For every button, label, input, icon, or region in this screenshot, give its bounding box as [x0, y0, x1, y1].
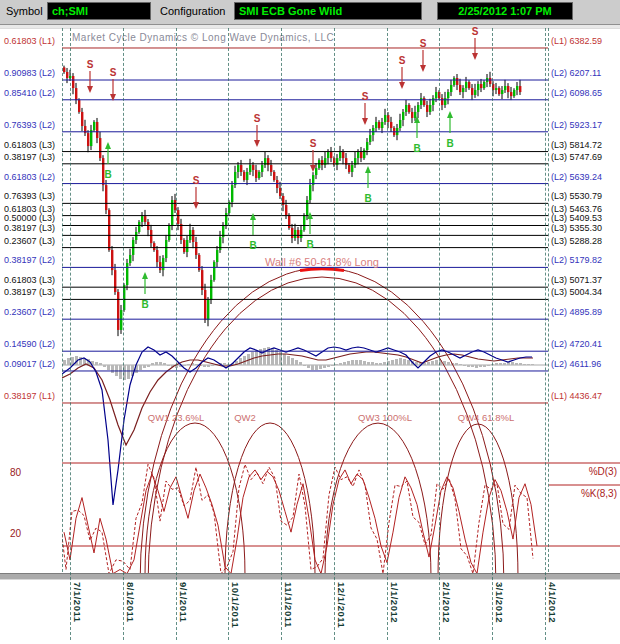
fib-ratio-label: 0.38197 (L3) — [4, 288, 60, 297]
fib-price-label: (L3) 5288.28 — [551, 237, 602, 246]
month-gridline — [281, 28, 282, 640]
oscillator-histogram-bar — [511, 362, 514, 365]
fib-ratio-label: 0.61803 (L3) — [4, 276, 60, 285]
buy-arrowhead — [142, 272, 148, 279]
fib-price-label: (L2) 6098.65 — [551, 89, 602, 98]
candle-body — [369, 135, 371, 142]
oscillator-histogram-bar — [515, 363, 518, 365]
sell-signal-letter: S — [472, 26, 479, 37]
candle-body — [315, 168, 317, 175]
oscillator-histogram-bar — [107, 365, 110, 370]
oscillator-histogram-bar — [223, 363, 226, 365]
buy-signal-letter: B — [104, 169, 111, 180]
candle-body — [261, 165, 263, 172]
sell-arrowhead — [193, 202, 199, 209]
oscillator-histogram-bar — [319, 365, 322, 369]
candle-body — [357, 152, 359, 158]
sell-signal-letter: S — [310, 138, 317, 149]
fib-price-label: (L2) 4895.89 — [551, 308, 602, 317]
oscillator-histogram-bar — [455, 363, 458, 365]
oscillator-histogram-bar — [495, 363, 498, 365]
candle-body — [273, 172, 275, 180]
fib-ratio-label: 0.61803 (L1) — [4, 37, 60, 46]
candle-body — [87, 133, 89, 146]
fib-price-label: (L3) 5355.30 — [551, 224, 602, 233]
sell-signal-letter: S — [193, 175, 200, 186]
oscillator-histogram-bar — [211, 365, 214, 366]
candle-body — [96, 122, 98, 138]
oscillator-histogram-bar — [371, 362, 374, 365]
fib-price-label: (L2) 5923.17 — [551, 121, 602, 130]
candle-body — [153, 243, 155, 250]
candle-body — [381, 122, 383, 128]
x-axis-date-label: 1/1/2012 — [389, 582, 400, 623]
wall-arc-inner — [148, 277, 496, 585]
plot-border — [62, 28, 63, 572]
candle-body — [510, 92, 512, 96]
fib-price-label: (L2) 5639.24 — [551, 173, 602, 182]
fib-price-label: (L3) 5004.34 — [551, 288, 602, 297]
oscillator-histogram-bar — [335, 364, 338, 365]
wall-arc-label: Wall #6 50-61.8% Long — [265, 256, 379, 268]
percent-k-label: %K(8,3) — [581, 488, 617, 499]
fib-price-label: (L3) 5747.69 — [551, 153, 602, 162]
oscillator-histogram-bar — [403, 359, 406, 365]
candle-body — [309, 185, 311, 200]
candle-body — [390, 122, 392, 128]
sell-arrowhead — [87, 86, 93, 93]
candle-body — [429, 105, 431, 112]
candle-body — [144, 216, 146, 222]
oscillator-histogram-bar — [139, 365, 142, 370]
candle-body — [93, 122, 95, 130]
oscillator-histogram-bar — [503, 363, 506, 365]
candle-body — [285, 205, 287, 215]
candle-body — [117, 292, 119, 330]
candle-body — [351, 165, 353, 172]
oscillator-histogram-bar — [287, 356, 290, 365]
x-axis-date-label: 4/1/2012 — [547, 582, 558, 623]
oscillator-histogram-bar — [499, 363, 502, 365]
candle-body — [480, 84, 482, 88]
oscillator-histogram-bar — [463, 365, 466, 366]
candle-body — [432, 98, 434, 105]
buy-arrowhead — [365, 166, 371, 173]
qw-arc-label: QW3 100%L — [358, 412, 412, 423]
stoch-20-label: 20 — [10, 528, 21, 539]
oscillator-histogram-bar — [95, 362, 98, 365]
oscillator-histogram-bar — [327, 365, 330, 367]
fib-ratio-label: 0.09017 (L2) — [4, 360, 60, 369]
stoch-80-label: 80 — [10, 467, 21, 478]
buy-signal-letter: B — [141, 299, 148, 310]
candle-body — [498, 88, 500, 94]
candle-body — [474, 90, 476, 95]
candle-body — [162, 258, 164, 270]
x-axis-date-label: 10/1/2011 — [230, 582, 241, 628]
buy-signal-letter: B — [306, 239, 313, 250]
oscillator-histogram-bar — [147, 365, 150, 367]
candle-body — [450, 85, 452, 92]
oscillator-histogram-bar — [207, 365, 210, 367]
buy-signal-letter: B — [413, 143, 420, 154]
buy-signal-letter: B — [364, 193, 371, 204]
oscillator-histogram-bar — [523, 364, 526, 365]
oscillator-histogram-bar — [367, 362, 370, 365]
x-axis-date-label: 7/1/2011 — [72, 582, 83, 622]
candle-body — [411, 112, 413, 118]
oscillator-histogram-bar — [155, 362, 158, 365]
sell-arrowhead — [362, 118, 368, 125]
candle-body — [459, 85, 461, 92]
candle-body — [504, 86, 506, 90]
fib-ratio-label: 0.38197 (L1) — [4, 392, 60, 401]
stoch-d-line — [64, 470, 537, 574]
fib-ratio-label: 0.61803 (L3) — [4, 141, 60, 150]
candle-body — [249, 165, 251, 172]
candle-body — [240, 165, 242, 172]
oscillator-histogram-bar — [479, 365, 482, 367]
oscillator-histogram-bar — [271, 348, 274, 365]
oscillator-histogram-bar — [467, 365, 470, 367]
oscillator-histogram-bar — [391, 360, 394, 365]
candle-body — [402, 112, 404, 120]
candle-body — [444, 98, 446, 105]
fib-ratio-label: 0.38197 (L3) — [4, 224, 60, 233]
candle-body — [192, 230, 194, 242]
